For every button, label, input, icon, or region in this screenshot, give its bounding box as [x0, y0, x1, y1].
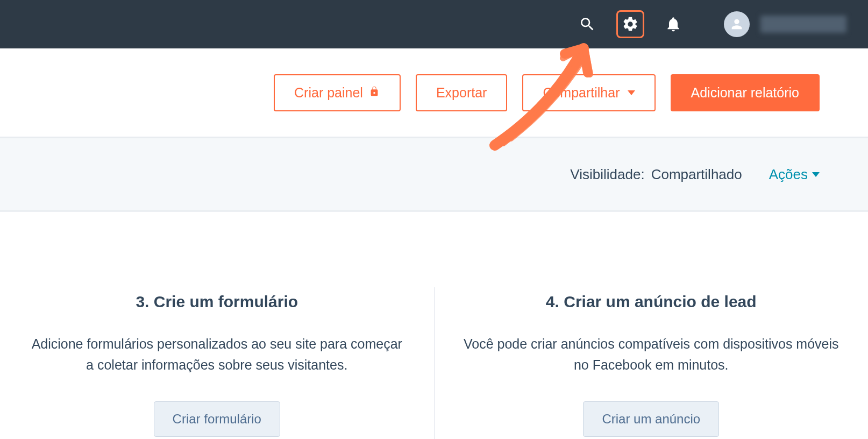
lock-icon — [368, 85, 380, 101]
create-ad-button[interactable]: Criar um anúncio — [583, 401, 719, 437]
visibility-value: Compartilhado — [651, 166, 742, 183]
add-report-button[interactable]: Adicionar relatório — [671, 74, 820, 111]
create-ad-label: Criar um anúncio — [602, 412, 700, 426]
actions-label: Ações — [769, 166, 808, 183]
export-label: Exportar — [436, 85, 487, 101]
dashboard-toolbar: Criar painel Exportar Compartilhar Adici… — [0, 48, 868, 137]
account-menu[interactable] — [724, 11, 846, 37]
visibility-bar: Visibilidade: Compartilhado Ações — [0, 137, 868, 211]
add-report-label: Adicionar relatório — [691, 85, 800, 101]
avatar[interactable] — [724, 11, 750, 37]
card-title: 3. Crie um formulário — [22, 293, 412, 311]
settings-icon[interactable] — [616, 10, 644, 38]
account-name — [760, 16, 846, 33]
actions-dropdown[interactable]: Ações — [769, 166, 820, 183]
card-description: Você pode criar anúncios compatíveis com… — [463, 334, 839, 376]
card-create-form: 3. Crie um formulário Adicione formulári… — [0, 212, 434, 439]
card-title: 4. Criar um anúncio de lead — [456, 293, 847, 311]
create-panel-button[interactable]: Criar painel — [274, 74, 401, 111]
search-icon[interactable] — [573, 10, 601, 38]
card-description: Adicione formulários personalizados ao s… — [29, 334, 405, 376]
create-panel-label: Criar painel — [294, 85, 363, 101]
share-label: Compartilhar — [543, 85, 620, 101]
onboarding-cards: 3. Crie um formulário Adicione formulári… — [0, 211, 868, 439]
export-button[interactable]: Exportar — [416, 74, 507, 111]
share-button[interactable]: Compartilhar — [522, 74, 655, 111]
card-create-lead-ad: 4. Criar um anúncio de lead Você pode cr… — [435, 212, 869, 439]
chevron-down-icon — [812, 172, 820, 177]
create-form-button[interactable]: Criar formulário — [154, 401, 280, 437]
create-form-label: Criar formulário — [173, 412, 261, 426]
chevron-down-icon — [628, 90, 635, 95]
top-navbar — [0, 0, 868, 48]
notifications-icon[interactable] — [659, 10, 687, 38]
visibility-label: Visibilidade: — [570, 166, 644, 183]
